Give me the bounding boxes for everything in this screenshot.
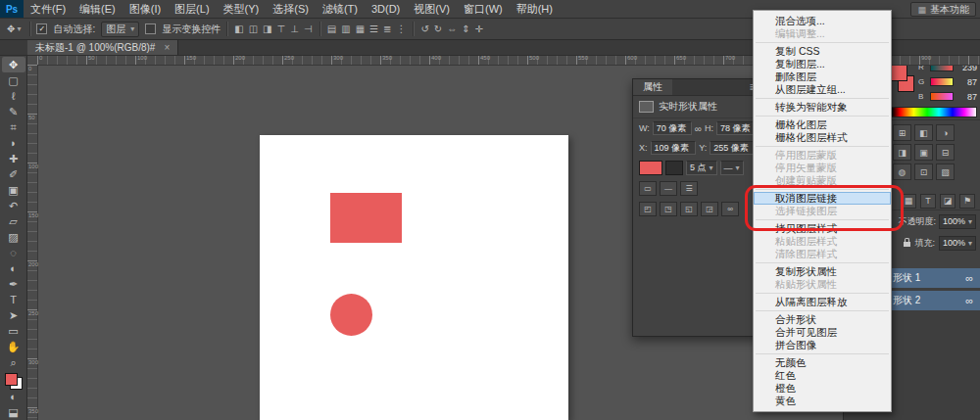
panel-icon[interactable]: ⊟ — [936, 144, 955, 161]
gradient-tool[interactable]: ▨ — [2, 229, 25, 245]
filter-icon[interactable]: ▦ — [901, 194, 916, 209]
eyedropper-tool[interactable]: ◗ — [2, 135, 25, 151]
foreground-color-swatch[interactable] — [5, 373, 18, 386]
context-menu-item[interactable]: 从图层建立组... — [754, 83, 891, 96]
menu-item[interactable]: 滤镜(T) — [316, 0, 365, 18]
move-tool[interactable]: ✥ — [2, 57, 25, 72]
corner-option-icon[interactable]: ◲ — [701, 202, 718, 216]
context-menu-item[interactable]: 复制形状属性 — [754, 265, 891, 278]
menu-item[interactable]: 图像(I) — [122, 0, 168, 18]
quick-mask-icon[interactable]: ◐ — [2, 390, 25, 405]
tool-preset-dropdown[interactable]: ✥ ▾ — [4, 23, 24, 34]
context-menu-item[interactable]: 复制 CSS — [754, 45, 891, 58]
context-menu-item[interactable]: 橙色 — [754, 382, 891, 395]
foreground-color-swatch[interactable] — [891, 65, 907, 81]
distribute-icon[interactable]: ▥ — [340, 23, 351, 34]
context-menu-item[interactable]: 无颜色 — [754, 356, 891, 369]
align-icon[interactable]: ◨ — [262, 23, 272, 34]
panel-icon[interactable]: ◧ — [914, 124, 933, 141]
hand-tool[interactable]: ✋ — [2, 339, 25, 354]
panel-icon[interactable]: ◍ — [893, 163, 911, 180]
context-menu-item[interactable]: 红色 — [754, 369, 891, 382]
corner-option-icon[interactable]: ◱ — [680, 202, 698, 216]
align-icon[interactable]: ◧ — [233, 23, 244, 34]
context-menu-item[interactable]: 混合选项... — [754, 15, 891, 27]
stroke-color-swatch[interactable] — [665, 161, 683, 175]
context-menu-item[interactable]: 转换为智能对象 — [754, 101, 891, 114]
align-icon[interactable]: ⊤ — [276, 23, 287, 34]
stroke-option-icon[interactable]: ☰ — [680, 181, 698, 196]
menu-item[interactable]: 3D(D) — [365, 0, 407, 18]
tab-close-icon[interactable]: × — [164, 40, 170, 55]
menu-item[interactable]: 窗口(W) — [457, 0, 510, 18]
path-selection-tool[interactable]: ➤ — [2, 307, 25, 323]
distribute-icon[interactable]: ▦ — [355, 23, 366, 34]
menu-item[interactable]: 图层(L) — [168, 0, 216, 18]
corner-option-icon[interactable]: ◰ — [639, 202, 657, 216]
clone-stamp-tool[interactable]: ▣ — [2, 182, 25, 198]
filter-icon[interactable]: ◪ — [940, 194, 956, 209]
eraser-tool[interactable]: ▱ — [2, 213, 25, 229]
vertical-ruler[interactable]: 050100150200250300350 — [27, 65, 38, 420]
color-swatches[interactable] — [5, 373, 23, 390]
quick-selection-tool[interactable]: ✎ — [2, 104, 25, 119]
document-canvas[interactable] — [260, 135, 568, 420]
y-field[interactable]: 255 像素 — [710, 141, 756, 155]
context-menu-item[interactable]: 复制图层... — [754, 58, 891, 70]
context-menu-item[interactable]: 黄色 — [754, 395, 891, 407]
screen-mode-icon[interactable]: ⬓ — [2, 404, 25, 420]
menu-item[interactable]: 视图(V) — [407, 0, 457, 18]
filter-icon[interactable]: T — [920, 194, 936, 209]
context-menu-item[interactable]: 从隔离图层释放 — [754, 296, 891, 308]
align-icon[interactable]: ⊥ — [289, 23, 300, 34]
auto-select-checkbox[interactable]: ✓ — [36, 23, 47, 34]
menu-item[interactable]: 类型(Y) — [217, 0, 267, 18]
panel-icon[interactable]: ⊞ — [893, 124, 911, 141]
color-slider[interactable] — [930, 77, 954, 86]
context-menu-item[interactable]: 栅格化图层 — [754, 118, 891, 131]
menu-item[interactable]: 编辑(E) — [73, 0, 122, 18]
red-ellipse-shape[interactable] — [330, 294, 372, 336]
context-menu-item[interactable]: 拷贝图层样式 — [754, 222, 891, 235]
context-menu-item[interactable]: 取消图层链接 — [754, 192, 891, 205]
crop-tool[interactable]: ⌗ — [2, 119, 25, 135]
zoom-tool[interactable]: ⌕ — [2, 354, 25, 370]
history-brush-tool[interactable]: ↶ — [2, 198, 25, 213]
mode-icon[interactable]: ↺ — [419, 23, 429, 34]
corner-option-icon[interactable]: ◳ — [660, 202, 677, 216]
mode-icon[interactable]: ⇕ — [461, 23, 470, 34]
blur-tool[interactable]: ◌ — [2, 245, 25, 260]
width-field[interactable]: 70 像素 — [653, 121, 692, 135]
height-field[interactable]: 78 像素 — [716, 121, 756, 135]
filter-icon[interactable]: ⚑ — [959, 194, 975, 209]
context-menu-item[interactable]: 合并形状 — [754, 313, 891, 326]
distribute-icon[interactable]: ≣ — [382, 23, 392, 34]
pen-tool[interactable]: ✒ — [2, 276, 25, 292]
workspace-switcher[interactable]: ▦ 基本功能 — [910, 2, 976, 17]
stroke-option-icon[interactable]: — — [660, 181, 677, 196]
link-dimensions-icon[interactable]: ∞ — [695, 123, 702, 134]
type-tool[interactable]: T — [2, 292, 25, 307]
color-spectrum-bar[interactable] — [891, 107, 977, 117]
align-icon[interactable]: ◫ — [248, 23, 259, 34]
distribute-icon[interactable]: ⋮ — [395, 23, 407, 34]
panel-icon[interactable]: ◨ — [893, 144, 911, 161]
shape-tool[interactable]: ▭ — [2, 323, 25, 339]
lock-icon[interactable] — [904, 242, 910, 247]
brush-tool[interactable]: ✐ — [2, 166, 25, 182]
panel-icon[interactable]: ▣ — [914, 144, 933, 161]
corner-option-icon[interactable]: ∞ — [721, 202, 739, 216]
fill-color-swatch[interactable] — [639, 161, 662, 175]
panel-icon[interactable]: ⊡ — [914, 163, 933, 180]
panel-icon[interactable]: ▧ — [936, 163, 955, 180]
fill-dropdown[interactable]: 100% ▾ — [939, 236, 976, 251]
stroke-option-icon[interactable]: ▭ — [639, 181, 657, 196]
red-rectangle-shape[interactable] — [330, 193, 402, 243]
context-menu-item[interactable]: 删除图层 — [754, 70, 891, 83]
panel-color-swatches[interactable] — [891, 65, 914, 92]
distribute-icon[interactable]: ☰ — [368, 23, 379, 34]
context-menu-item[interactable]: 合并可见图层 — [754, 326, 891, 339]
tab-properties[interactable]: 属性 — [633, 79, 672, 95]
lasso-tool[interactable]: ℓ — [2, 88, 25, 104]
stroke-width-dropdown[interactable]: 5 点 ▾ — [686, 161, 717, 175]
